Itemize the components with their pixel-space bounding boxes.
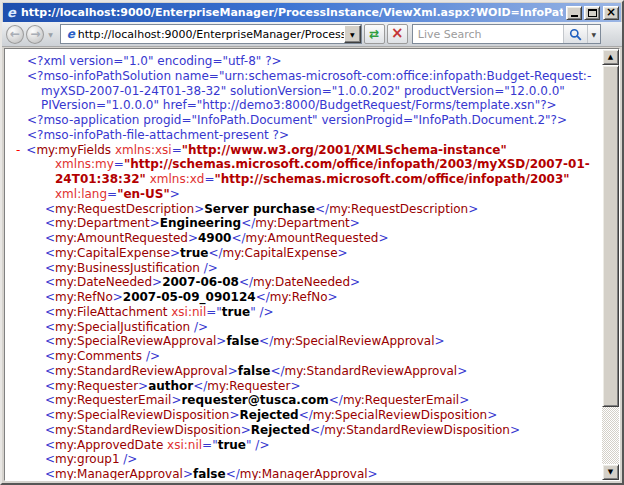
forward-button[interactable]: → bbox=[26, 25, 44, 44]
ie-logo-icon: e bbox=[5, 6, 18, 19]
xml-line: <my:SpecialReviewDisposition>Rejected</m… bbox=[5, 408, 592, 423]
search-icon bbox=[569, 28, 582, 41]
xml-line: <?mso-infoPathSolution name="urn:schemas… bbox=[5, 69, 592, 113]
maximize-button[interactable] bbox=[584, 6, 600, 20]
xml-line: <my:RequesterEmail>requester@tusca.com</… bbox=[5, 393, 592, 408]
scroll-down-button[interactable]: ▼ bbox=[602, 464, 619, 480]
xml-line: -<my:myFields xmlns:xsi="http://www.w3.o… bbox=[5, 143, 592, 202]
search-options-button[interactable]: ▼ bbox=[587, 25, 600, 43]
xml-line: <my:SpecialJustification /> bbox=[5, 320, 592, 335]
minimize-button[interactable] bbox=[566, 6, 582, 20]
xml-document: <?xml version="1.0" encoding="utf-8" ?><… bbox=[5, 49, 602, 480]
stop-button[interactable]: × bbox=[387, 24, 408, 44]
stop-icon: × bbox=[391, 26, 404, 41]
xml-line: <my:Department>Engineering</my:Departmen… bbox=[5, 216, 592, 231]
scroll-up-button[interactable]: ▲ bbox=[602, 49, 619, 65]
xml-line: <my:RefNo>2007-05-09_090124</my:RefNo> bbox=[5, 290, 592, 305]
forward-icon: → bbox=[30, 27, 40, 41]
xml-line: <?mso-application progid="InfoPath.Docum… bbox=[5, 113, 592, 128]
xml-line: <my:Requester>author</my:Requester> bbox=[5, 379, 592, 394]
navigation-toolbar: ← → ▼ e ▼ ⇄ × ▼ bbox=[2, 22, 622, 47]
xml-line: <my:BusinessJustification /> bbox=[5, 261, 592, 276]
xml-line: <my:StandardReviewApproval>false</my:Sta… bbox=[5, 364, 592, 379]
close-icon: × bbox=[606, 6, 616, 18]
chevron-down-icon: ▼ bbox=[592, 31, 597, 38]
xml-line: <?xml version="1.0" encoding="utf-8" ?> bbox=[5, 54, 592, 69]
content-frame: <?xml version="1.0" encoding="utf-8" ?><… bbox=[4, 48, 620, 481]
history-dropdown-button[interactable]: ▼ bbox=[46, 31, 55, 38]
chevron-down-icon: ▼ bbox=[350, 31, 355, 38]
title-bar[interactable]: e http://localhost:9000/EnterpriseManage… bbox=[3, 3, 621, 22]
back-icon: ← bbox=[10, 27, 20, 41]
xml-line: <my:AmountRequested>4900</my:AmountReque… bbox=[5, 231, 592, 246]
xml-line: <?mso-infoPath-file-attachment-present ?… bbox=[5, 128, 592, 143]
scroll-up-icon: ▲ bbox=[608, 54, 613, 61]
search-button[interactable] bbox=[563, 25, 587, 43]
xml-line: <my:StandardReviewDisposition>Rejected</… bbox=[5, 423, 592, 438]
xml-line: <my:CapitalExpense>true</my:CapitalExpen… bbox=[5, 246, 592, 261]
address-bar: e ▼ bbox=[60, 24, 362, 44]
search-box: ▼ bbox=[412, 24, 601, 44]
refresh-icon: ⇄ bbox=[369, 28, 379, 40]
minimize-icon bbox=[571, 15, 578, 17]
xml-line: <my:RequestDescription>Server purchase</… bbox=[5, 202, 592, 217]
maximize-icon bbox=[588, 9, 597, 17]
xml-line: <my:group1 /> bbox=[5, 452, 592, 467]
chevron-down-icon: ▼ bbox=[48, 31, 53, 38]
browser-window: e http://localhost:9000/EnterpriseManage… bbox=[0, 0, 624, 485]
window-title: http://localhost:9000/EnterpriseManager/… bbox=[21, 6, 563, 19]
xml-line: <my:SpecialReviewApproval>false</my:Spec… bbox=[5, 334, 592, 349]
xml-line: <my:Comments /> bbox=[5, 349, 592, 364]
collapse-toggle[interactable]: - bbox=[16, 143, 26, 157]
vertical-scrollbar[interactable]: ▲ ▼ bbox=[602, 49, 619, 480]
refresh-button[interactable]: ⇄ bbox=[364, 24, 385, 44]
address-dropdown-button[interactable]: ▼ bbox=[344, 25, 361, 43]
scrollbar-thumb[interactable] bbox=[602, 65, 619, 407]
xml-line: <my:FileAttachment xsi:nil="true" /> bbox=[5, 305, 592, 320]
address-input[interactable] bbox=[78, 26, 344, 42]
back-button[interactable]: ← bbox=[6, 25, 24, 44]
scroll-down-icon: ▼ bbox=[608, 469, 613, 476]
close-button[interactable]: × bbox=[603, 6, 619, 20]
page-favicon-icon: e bbox=[64, 27, 78, 41]
xml-line: <my:ApprovedDate xsi:nil="true" /> bbox=[5, 438, 592, 453]
xml-line: <my:ManagerApproval>false</my:ManagerApp… bbox=[5, 467, 592, 480]
search-input[interactable] bbox=[418, 26, 563, 42]
xml-line: <my:DateNeeded>2007-06-08</my:DateNeeded… bbox=[5, 275, 592, 290]
